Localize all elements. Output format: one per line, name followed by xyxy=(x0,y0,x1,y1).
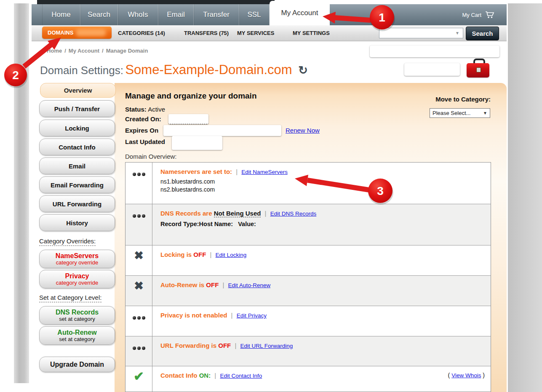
breadcrumb-separator: / xyxy=(64,48,66,54)
override-subtitle: category override xyxy=(56,260,98,266)
row-title: URL Forwarding is xyxy=(160,342,216,349)
row-title: Nameservers are set to: xyxy=(160,168,232,175)
sidebar-button-dns-records-category[interactable]: DNS Records set at category xyxy=(39,306,115,325)
tab-ssl[interactable]: SSL xyxy=(239,4,270,25)
search-button[interactable]: Search xyxy=(466,27,499,40)
edit-dns-records-link[interactable]: Edit DNS Records xyxy=(270,211,317,217)
sidebar-tab-history[interactable]: History xyxy=(39,214,115,231)
sidebar-tab-email[interactable]: Email xyxy=(39,157,115,174)
nameserver-1: ns1.bluestardns.com xyxy=(160,178,486,185)
domains-tab-label: DOMAINS xyxy=(48,29,73,36)
sidebar-button-privacy-override[interactable]: Privacy category override xyxy=(39,270,115,288)
breadcrumb-manage-domain[interactable]: Manage Domain xyxy=(106,48,148,54)
dns-record-headers: Record Type:Host Name: Value: xyxy=(160,221,486,227)
row-status: Not Being Used xyxy=(214,210,261,217)
category-overrides-label: Category Overrides: xyxy=(39,237,96,245)
edit-auto-renew-link[interactable]: Edit Auto-Renew xyxy=(228,282,271,288)
category-subtitle: set at category xyxy=(59,316,95,322)
upgrade-domain-button[interactable]: Upgrade Domain xyxy=(39,357,115,372)
tab-email[interactable]: Email xyxy=(158,4,194,25)
dots-icon xyxy=(133,316,145,320)
tab-whois[interactable]: WhoIs xyxy=(118,4,158,25)
created-line: Created On: xyxy=(125,115,161,123)
subnav-my-settings[interactable]: MY SETTINGS xyxy=(293,25,330,40)
redacted-updated-date xyxy=(172,136,222,150)
my-cart-label: My Cart xyxy=(462,12,482,18)
tab-search[interactable]: Search xyxy=(80,4,118,25)
view-whois-link[interactable]: View Whois xyxy=(451,372,481,379)
domain-overview-table: Nameservers are set to: | Edit NameServe… xyxy=(125,162,491,392)
row-status: ON: xyxy=(199,372,211,379)
sidebar-button-auto-renew-category[interactable]: Auto-Renew set at category xyxy=(39,326,115,345)
dots-icon xyxy=(133,214,145,218)
page-title-prefix: Domain Settings: xyxy=(40,64,123,77)
select-value: Please Select... xyxy=(433,110,470,116)
subnav-domains-tab[interactable]: DOMAINS xyxy=(42,27,112,39)
override-subtitle: category override xyxy=(56,280,98,286)
cross-icon: ✖ xyxy=(134,249,144,275)
dots-icon xyxy=(133,347,145,350)
shopping-cart-icon xyxy=(485,11,495,19)
sidebar-tab-overview[interactable]: Overview xyxy=(40,83,116,98)
row-title: Privacy is not enabled xyxy=(160,312,227,319)
table-row-auto-renew: ✖ Auto-Renew is OFF | Edit Auto-Renew xyxy=(125,276,491,306)
move-to-category-label: Move to Category: xyxy=(430,96,491,103)
subnav-transfers[interactable]: TRANSFERS (75) xyxy=(184,25,229,40)
redacted-expires-date xyxy=(163,125,281,136)
toolbox-icon[interactable] xyxy=(467,61,489,78)
table-row-privacy: Privacy is not enabled | Edit Privacy xyxy=(125,306,491,336)
section-heading: Manage and organize your domain xyxy=(125,91,257,101)
chevron-down-icon: ▼ xyxy=(483,111,487,115)
edit-url-forwarding-link[interactable]: Edit URL Forwarding xyxy=(240,343,293,349)
last-updated-label: Last Updated xyxy=(125,138,165,145)
sidebar-button-nameservers-override[interactable]: NameServers category override xyxy=(39,250,115,268)
refresh-icon[interactable]: ↻ xyxy=(298,64,308,77)
breadcrumb: ⌂ Home / My Account / Manage Domain xyxy=(40,47,148,54)
set-at-category-label: Set at Category Level: xyxy=(39,294,101,301)
status-label: Status: xyxy=(125,106,147,113)
edit-locking-link[interactable]: Edit Locking xyxy=(216,252,247,258)
sidebar-tab-contact-info[interactable]: Contact Info xyxy=(39,139,115,155)
browser-top-bar xyxy=(37,0,275,4)
my-cart-button[interactable]: My Cart xyxy=(462,4,495,25)
breadcrumb-my-account[interactable]: My Account xyxy=(69,48,99,54)
redacted-account-info-box xyxy=(370,45,499,57)
view-whois-note: ( View Whois ) xyxy=(448,372,485,379)
redacted-created-date xyxy=(168,114,208,124)
tab-transfer[interactable]: Transfer xyxy=(194,4,239,25)
row-title: Locking is xyxy=(160,251,192,258)
subnav-categories[interactable]: CATEGORIES (14) xyxy=(118,25,165,40)
top-navigation: Home Search WhoIs Email Transfer SSL My … xyxy=(32,4,507,25)
sidebar-tab-push-transfer[interactable]: Push / Transfer xyxy=(39,100,115,117)
row-title: DNS Records are xyxy=(160,210,212,217)
sidebar-tab-email-forwarding[interactable]: Email Forwarding xyxy=(39,176,115,193)
sidebar-tab-url-forwarding[interactable]: URL Forwarding xyxy=(39,195,115,212)
renew-now-link[interactable]: Renew Now xyxy=(286,127,320,134)
row-status: OFF xyxy=(218,342,231,349)
row-status: OFF xyxy=(193,251,206,258)
sidebar-tab-locking[interactable]: Locking xyxy=(39,120,115,136)
breadcrumb-home[interactable]: Home xyxy=(47,48,62,54)
category-title: DNS Records xyxy=(56,309,99,316)
redacted-title-box xyxy=(404,63,460,76)
tab-my-account[interactable]: My Account xyxy=(270,1,330,25)
table-row-nameservers: Nameservers are set to: | Edit NameServe… xyxy=(125,163,491,204)
check-icon: ✔ xyxy=(133,369,144,392)
edit-nameservers-link[interactable]: Edit NameServers xyxy=(241,169,288,175)
move-to-category-select[interactable]: Please Select... ▼ xyxy=(430,108,490,118)
subnav-my-services[interactable]: MY SERVICES xyxy=(237,25,274,40)
account-sub-navigation: DOMAINS CATEGORIES (14) TRANSFERS (75) M… xyxy=(32,25,507,41)
edit-contact-info-link[interactable]: Edit Contact Info xyxy=(220,373,262,379)
row-status: OFF xyxy=(206,281,219,288)
override-title: NameServers xyxy=(56,253,99,260)
expires-line: Expires On xyxy=(125,127,158,134)
domain-manager-page: Home Search WhoIs Email Transfer SSL My … xyxy=(0,0,542,392)
status-line: Status: Active xyxy=(125,106,165,113)
tab-home[interactable]: Home xyxy=(42,4,80,25)
cross-icon: ✖ xyxy=(134,279,144,306)
home-icon: ⌂ xyxy=(40,47,44,54)
table-row-locking: ✖ Locking is OFF | Edit Locking xyxy=(125,245,491,276)
desktop-right-strip xyxy=(508,3,542,392)
domain-search-combobox[interactable]: ▼ xyxy=(379,28,463,38)
edit-privacy-link[interactable]: Edit Privacy xyxy=(237,312,267,319)
